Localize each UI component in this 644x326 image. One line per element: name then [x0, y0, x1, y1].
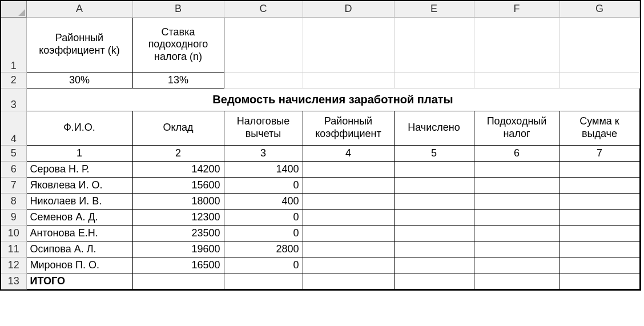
cell-oklad[interactable]: 23500	[132, 225, 224, 241]
cell-D1[interactable]	[303, 17, 394, 72]
grid[interactable]: A B C D E F G 1 Районный коэффициент (k)…	[1, 1, 640, 289]
cell-oklad[interactable]: 15600	[132, 177, 224, 193]
header-oklad[interactable]: Оклад	[132, 111, 224, 145]
cell-rk[interactable]	[303, 241, 394, 257]
total-rk[interactable]	[303, 273, 394, 289]
cell-fio[interactable]: Николаев И. В.	[26, 193, 132, 209]
cell-F1[interactable]	[474, 17, 560, 72]
cell-A1[interactable]: Районный коэффициент (k)	[26, 17, 132, 72]
total-label[interactable]: ИТОГО	[26, 273, 132, 289]
cell-nach[interactable]	[394, 193, 474, 209]
cell-rk[interactable]	[303, 225, 394, 241]
total-sum[interactable]	[560, 273, 639, 289]
cell-rk[interactable]	[303, 193, 394, 209]
row-header-6[interactable]: 6	[1, 161, 26, 177]
colnum-6[interactable]: 6	[474, 145, 560, 161]
cell-E2[interactable]	[394, 72, 474, 88]
cell-fio[interactable]: Осипова А. Л.	[26, 241, 132, 257]
total-vych[interactable]	[224, 273, 303, 289]
col-header-A[interactable]: A	[26, 1, 132, 17]
cell-sum[interactable]	[560, 241, 639, 257]
row-header-13[interactable]: 13	[1, 273, 26, 289]
header-nachisleno[interactable]: Начислено	[394, 111, 474, 145]
cell-sum[interactable]	[560, 177, 639, 193]
cell-fio[interactable]: Миронов П. О.	[26, 257, 132, 273]
cell-rk[interactable]	[303, 257, 394, 273]
total-nach[interactable]	[394, 273, 474, 289]
colnum-2[interactable]: 2	[132, 145, 224, 161]
cell-pn[interactable]	[474, 193, 560, 209]
row-header-11[interactable]: 11	[1, 241, 26, 257]
row-header-9[interactable]: 9	[1, 209, 26, 225]
col-header-B[interactable]: B	[132, 1, 224, 17]
colnum-1[interactable]: 1	[26, 145, 132, 161]
total-oklad[interactable]	[132, 273, 224, 289]
header-rk[interactable]: Районный коэффициент	[303, 111, 394, 145]
cell-nach[interactable]	[394, 241, 474, 257]
cell-sum[interactable]	[560, 161, 639, 177]
cell-vych[interactable]: 400	[224, 193, 303, 209]
cell-nach[interactable]	[394, 225, 474, 241]
cell-G2[interactable]	[560, 72, 639, 88]
row-header-5[interactable]: 5	[1, 145, 26, 161]
cell-oklad[interactable]: 12300	[132, 209, 224, 225]
row-header-8[interactable]: 8	[1, 193, 26, 209]
cell-pn[interactable]	[474, 177, 560, 193]
cell-sum[interactable]	[560, 209, 639, 225]
col-header-F[interactable]: F	[474, 1, 560, 17]
cell-vych[interactable]: 0	[224, 225, 303, 241]
cell-vych[interactable]: 2800	[224, 241, 303, 257]
cell-pn[interactable]	[474, 257, 560, 273]
cell-sum[interactable]	[560, 193, 639, 209]
colnum-5[interactable]: 5	[394, 145, 474, 161]
cell-oklad[interactable]: 14200	[132, 161, 224, 177]
header-vychety[interactable]: Налоговые вычеты	[224, 111, 303, 145]
header-fio[interactable]: Ф.И.О.	[26, 111, 132, 145]
cell-pn[interactable]	[474, 209, 560, 225]
row-header-3[interactable]: 3	[1, 88, 26, 111]
colnum-7[interactable]: 7	[560, 145, 639, 161]
col-header-D[interactable]: D	[303, 1, 394, 17]
select-all-corner[interactable]	[1, 1, 26, 17]
cell-vych[interactable]: 0	[224, 257, 303, 273]
cell-nach[interactable]	[394, 257, 474, 273]
cell-sum[interactable]	[560, 225, 639, 241]
col-header-G[interactable]: G	[560, 1, 639, 17]
cell-oklad[interactable]: 18000	[132, 193, 224, 209]
cell-rk[interactable]	[303, 209, 394, 225]
row-header-7[interactable]: 7	[1, 177, 26, 193]
cell-C1[interactable]	[224, 17, 303, 72]
cell-fio[interactable]: Семенов А. Д.	[26, 209, 132, 225]
header-summa[interactable]: Сумма к выдаче	[560, 111, 639, 145]
cell-nach[interactable]	[394, 209, 474, 225]
col-header-E[interactable]: E	[394, 1, 474, 17]
header-podnalog[interactable]: Подоходный налог	[474, 111, 560, 145]
cell-rk[interactable]	[303, 177, 394, 193]
cell-D2[interactable]	[303, 72, 394, 88]
cell-B1[interactable]: Ставка подоходного налога (n)	[132, 17, 224, 72]
cell-C2[interactable]	[224, 72, 303, 88]
cell-vych[interactable]: 1400	[224, 161, 303, 177]
row-header-2[interactable]: 2	[1, 72, 26, 88]
cell-pn[interactable]	[474, 241, 560, 257]
col-header-C[interactable]: C	[224, 1, 303, 17]
colnum-4[interactable]: 4	[303, 145, 394, 161]
cell-B2[interactable]: 13%	[132, 72, 224, 88]
title-cell[interactable]: Ведомость начисления заработной платы	[26, 88, 639, 111]
cell-vych[interactable]: 0	[224, 209, 303, 225]
cell-nach[interactable]	[394, 161, 474, 177]
cell-rk[interactable]	[303, 161, 394, 177]
cell-E1[interactable]	[394, 17, 474, 72]
row-header-10[interactable]: 10	[1, 225, 26, 241]
colnum-3[interactable]: 3	[224, 145, 303, 161]
cell-oklad[interactable]: 16500	[132, 257, 224, 273]
row-header-1[interactable]: 1	[1, 17, 26, 72]
cell-sum[interactable]	[560, 257, 639, 273]
cell-G1[interactable]	[560, 17, 639, 72]
cell-pn[interactable]	[474, 161, 560, 177]
cell-F2[interactable]	[474, 72, 560, 88]
total-pn[interactable]	[474, 273, 560, 289]
row-header-12[interactable]: 12	[1, 257, 26, 273]
cell-A2[interactable]: 30%	[26, 72, 132, 88]
cell-vych[interactable]: 0	[224, 177, 303, 193]
